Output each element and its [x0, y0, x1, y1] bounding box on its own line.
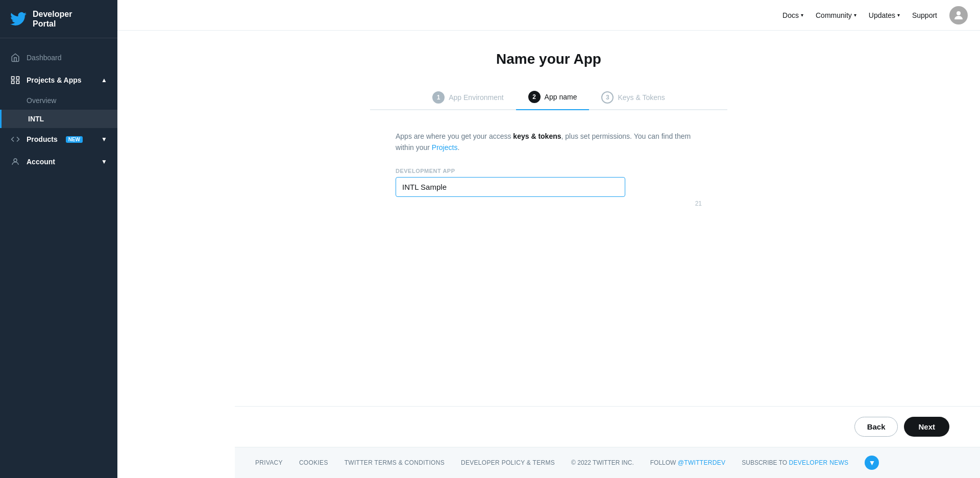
development-app-input[interactable] — [396, 177, 625, 197]
avatar-icon — [952, 9, 965, 21]
sidebar: Developer Portal Dashboard — [0, 0, 117, 478]
top-nav-links: Docs ▾ Community ▾ Updates ▾ Support — [782, 6, 968, 24]
projects-icon — [10, 75, 20, 85]
products-icon — [10, 134, 20, 144]
step-app-environment[interactable]: 1 App Environment — [420, 85, 516, 110]
follow-text: FOLLOW @TWITTERDEV — [650, 459, 726, 466]
footer-actions: Back Next — [235, 406, 980, 447]
form-description: Apps are where you get your access keys … — [396, 131, 702, 154]
privacy-link[interactable]: PRIVACY — [255, 459, 283, 466]
step3-label: Keys & Tokens — [618, 93, 665, 102]
sidebar-item-intl[interactable]: INTL — [0, 110, 117, 128]
page-body: Name your App 1 App Environment 2 App na… — [117, 31, 980, 406]
svg-rect-3 — [16, 81, 19, 84]
account-chevron-icon: ▼ — [101, 158, 107, 165]
updates-chevron-icon: ▾ — [897, 12, 900, 18]
svg-rect-0 — [12, 77, 14, 80]
next-button[interactable]: Next — [904, 417, 949, 437]
step-app-name[interactable]: 2 App name — [516, 85, 590, 110]
brand-text: Developer Portal — [33, 9, 72, 29]
docs-nav-link[interactable]: Docs ▾ — [782, 11, 803, 19]
docs-chevron-icon: ▾ — [801, 12, 803, 18]
step3-circle: 3 — [601, 91, 614, 104]
svg-point-4 — [14, 159, 17, 162]
community-nav-link[interactable]: Community ▾ — [816, 11, 856, 19]
step1-circle: 1 — [432, 91, 445, 104]
char-count: 21 — [695, 200, 702, 207]
sidebar-navigation: Dashboard Projects & Apps ▲ Overview INT… — [0, 38, 117, 181]
step2-circle: 2 — [528, 91, 541, 103]
updates-nav-link[interactable]: Updates ▾ — [869, 11, 900, 19]
sidebar-brand[interactable]: Developer Portal — [0, 0, 117, 38]
copyright-text: © 2022 TWITTER INC. — [571, 459, 634, 466]
svg-point-5 — [957, 11, 961, 15]
products-new-badge: NEW — [66, 136, 83, 143]
back-button[interactable]: Back — [854, 417, 898, 437]
twitterdev-link[interactable]: @TWITTERDEV — [678, 459, 725, 466]
step1-label: App Environment — [449, 93, 503, 102]
products-label: Products — [27, 135, 58, 143]
sidebar-item-projects[interactable]: Projects & Apps ▲ — [0, 69, 117, 91]
step-keys-tokens[interactable]: 3 Keys & Tokens — [589, 85, 677, 110]
page-title: Name your App — [496, 51, 601, 67]
main-content: Name your App 1 App Environment 2 App na… — [117, 31, 980, 478]
svg-rect-1 — [16, 77, 19, 80]
step2-label: App name — [545, 93, 577, 101]
home-icon — [10, 53, 20, 63]
footer-expand-button[interactable]: ▼ — [865, 456, 879, 470]
svg-rect-2 — [12, 81, 14, 84]
sidebar-item-products[interactable]: Products NEW ▼ — [0, 128, 117, 150]
account-icon — [10, 157, 20, 167]
development-app-label: DEVELOPMENT APP — [396, 168, 702, 174]
dashboard-label: Dashboard — [27, 54, 62, 62]
developer-policy-link[interactable]: DEVELOPER POLICY & TERMS — [461, 459, 555, 466]
support-nav-link[interactable]: Support — [912, 11, 937, 19]
community-chevron-icon: ▾ — [854, 12, 856, 18]
sidebar-item-overview[interactable]: Overview — [0, 91, 117, 110]
twitter-logo-icon — [10, 11, 27, 27]
developer-news-link[interactable]: DEVELOPER NEWS — [789, 459, 849, 466]
projects-chevron-icon: ▲ — [101, 77, 107, 84]
cookies-link[interactable]: COOKIES — [299, 459, 328, 466]
projects-label: Projects & Apps — [27, 76, 82, 84]
page-footer: PRIVACY COOKIES TWITTER TERMS & CONDITIO… — [235, 447, 980, 478]
twitter-terms-link[interactable]: TWITTER TERMS & CONDITIONS — [345, 459, 445, 466]
subscribe-text: SUBSCRIBE TO DEVELOPER NEWS — [742, 459, 848, 466]
products-chevron-icon: ▼ — [101, 136, 107, 143]
top-navigation: Docs ▾ Community ▾ Updates ▾ Support — [117, 0, 980, 31]
stepper: 1 App Environment 2 App name 3 Keys & To… — [370, 84, 727, 110]
account-label: Account — [27, 158, 55, 166]
form-container: Apps are where you get your access keys … — [396, 131, 702, 197]
form-input-wrapper: 21 — [396, 177, 702, 197]
projects-link[interactable]: Projects — [432, 143, 458, 152]
user-avatar[interactable] — [949, 6, 968, 24]
sidebar-item-dashboard[interactable]: Dashboard — [0, 46, 117, 69]
sidebar-item-account[interactable]: Account ▼ — [0, 150, 117, 173]
